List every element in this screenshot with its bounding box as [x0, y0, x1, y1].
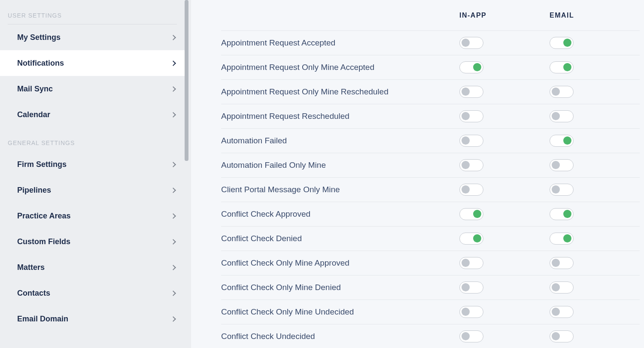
nav-custom-fields[interactable]: Custom Fields [0, 229, 185, 254]
toggle-email[interactable] [550, 233, 574, 245]
toggle-inapp[interactable] [459, 281, 483, 294]
toggle-knob [462, 39, 470, 47]
table-row: Conflict Check Only Mine Undecided [221, 300, 640, 324]
toggle-inapp[interactable] [459, 37, 483, 49]
toggle-email[interactable] [550, 281, 574, 294]
toggle-inapp[interactable] [459, 159, 483, 171]
table-row: Appointment Request Rescheduled [221, 104, 640, 129]
nav-item-label: My Settings [17, 33, 61, 42]
chevron-right-icon [170, 61, 176, 66]
toggle-inapp[interactable] [459, 208, 483, 220]
toggle-knob [552, 112, 560, 120]
toggle-email[interactable] [550, 61, 574, 73]
nav-item-label: Pipelines [17, 186, 51, 195]
cell-inapp [459, 233, 550, 245]
chevron-right-icon [170, 35, 176, 40]
sidebar: USER SETTINGSMy SettingsNotificationsMai… [0, 0, 191, 348]
col-header-inapp: IN-APP [459, 12, 550, 19]
toggle-knob [563, 234, 571, 242]
toggle-knob [552, 332, 560, 340]
table-header-row: IN-APP EMAIL [221, 0, 640, 31]
nav-contacts[interactable]: Contacts [0, 280, 185, 306]
nav-practice-areas[interactable]: Practice Areas [0, 203, 185, 229]
nav-my-settings[interactable]: My Settings [0, 24, 185, 50]
table-row: Automation Failed Only Mine [221, 153, 640, 178]
toggle-knob [473, 210, 481, 218]
table-row: Conflict Check Approved [221, 202, 640, 227]
toggle-knob [552, 161, 560, 169]
table-row: Appointment Request Only Mine Reschedule… [221, 80, 640, 104]
toggle-knob [563, 210, 571, 218]
toggle-email[interactable] [550, 257, 574, 269]
toggle-knob [552, 283, 560, 291]
nav-email-domain[interactable]: Email Domain [0, 306, 185, 332]
toggle-inapp[interactable] [459, 61, 483, 73]
nav-item-label: Notifications [17, 59, 64, 68]
chevron-right-icon [170, 239, 176, 245]
toggle-email[interactable] [550, 208, 574, 220]
row-label: Conflict Check Undecided [221, 332, 459, 341]
toggle-inapp[interactable] [459, 233, 483, 245]
main-panel: IN-APP EMAIL Appointment Request Accepte… [191, 0, 644, 348]
cell-inapp [459, 110, 550, 122]
nav-matters[interactable]: Matters [0, 254, 185, 280]
toggle-knob [552, 308, 560, 316]
row-label: Appointment Request Only Mine Accepted [221, 63, 459, 72]
table-row: Conflict Check Denied [221, 227, 640, 251]
cell-email [550, 281, 640, 294]
row-label: Conflict Check Only Mine Approved [221, 258, 459, 268]
cell-inapp [459, 330, 550, 342]
table-row: Client Portal Message Only Mine [221, 178, 640, 202]
toggle-knob [462, 136, 470, 145]
toggle-knob [563, 39, 571, 47]
toggle-email[interactable] [550, 306, 574, 318]
row-label: Conflict Check Only Mine Undecided [221, 307, 459, 317]
cell-email [550, 330, 640, 342]
toggle-knob [563, 63, 571, 71]
section-header-general: GENERAL SETTINGS [0, 127, 185, 151]
toggle-email[interactable] [550, 110, 574, 122]
cell-email [550, 135, 640, 147]
cell-email [550, 306, 640, 318]
toggle-inapp[interactable] [459, 306, 483, 318]
row-label: Conflict Check Approved [221, 209, 459, 219]
toggle-email[interactable] [550, 37, 574, 49]
nav-firm-settings[interactable]: Firm Settings [0, 151, 185, 177]
toggle-email[interactable] [550, 86, 574, 98]
sidebar-scrollbar[interactable] [185, 0, 188, 161]
nav-calendar[interactable]: Calendar [0, 102, 185, 127]
nav-pipelines[interactable]: Pipelines [0, 177, 185, 203]
nav-mail-sync[interactable]: Mail Sync [0, 76, 185, 102]
cell-inapp [459, 86, 550, 98]
toggle-inapp[interactable] [459, 86, 483, 98]
toggle-inapp[interactable] [459, 330, 483, 342]
toggle-email[interactable] [550, 184, 574, 196]
cell-email [550, 61, 640, 73]
row-label: Appointment Request Rescheduled [221, 112, 459, 121]
nav-item-label: Mail Sync [17, 85, 53, 94]
toggle-email[interactable] [550, 159, 574, 171]
cell-inapp [459, 135, 550, 147]
nav-item-label: Matters [17, 263, 45, 272]
toggle-inapp[interactable] [459, 135, 483, 147]
toggle-email[interactable] [550, 330, 574, 342]
toggle-knob [462, 283, 470, 291]
row-label: Conflict Check Denied [221, 234, 459, 243]
toggle-email[interactable] [550, 135, 574, 147]
chevron-right-icon [170, 86, 176, 92]
table-row: Conflict Check Only Mine Denied [221, 275, 640, 300]
chevron-right-icon [170, 265, 176, 270]
nav-item-label: Practice Areas [17, 212, 70, 221]
toggle-inapp[interactable] [459, 110, 483, 122]
toggle-knob [473, 63, 481, 71]
nav-notifications[interactable]: Notifications [0, 50, 185, 76]
table-row: Appointment Request Accepted [221, 31, 640, 55]
toggle-inapp[interactable] [459, 184, 483, 196]
row-label: Appointment Request Only Mine Reschedule… [221, 87, 459, 97]
toggle-knob [462, 112, 470, 120]
cell-inapp [459, 257, 550, 269]
toggle-inapp[interactable] [459, 257, 483, 269]
chevron-right-icon [170, 316, 176, 322]
cell-inapp [459, 159, 550, 171]
nav-item-label: Contacts [17, 289, 50, 298]
